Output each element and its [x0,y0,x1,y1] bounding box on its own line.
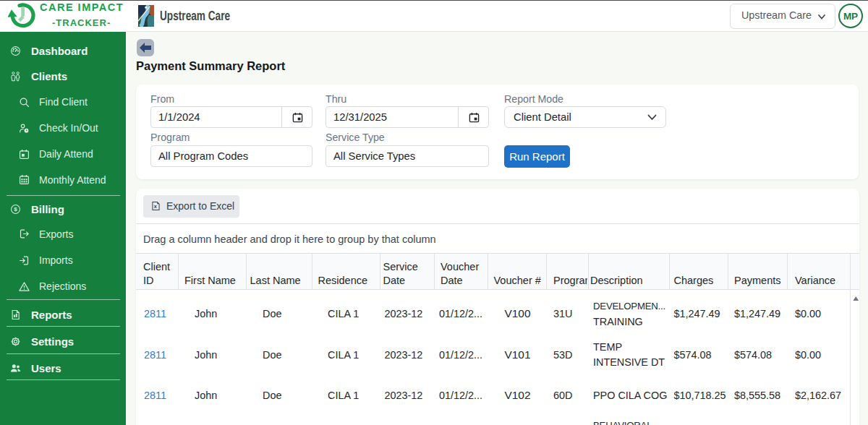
svg-text:x: x [154,203,158,210]
svg-text:$: $ [14,206,17,212]
